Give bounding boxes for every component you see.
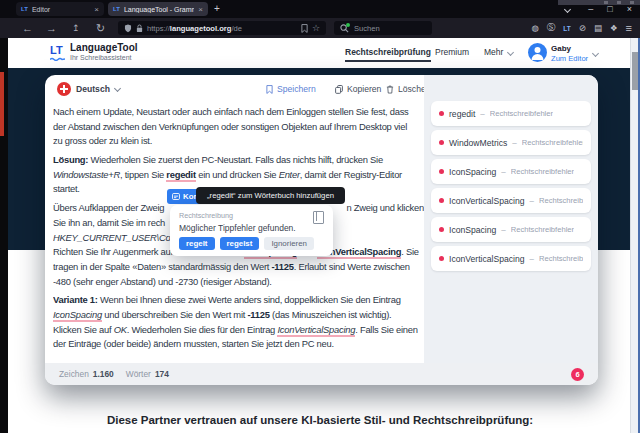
text-segment: -1125 (247, 309, 269, 320)
suggestion-button[interactable]: regelt (179, 237, 215, 250)
maximize-button[interactable]: □ (607, 4, 612, 14)
tab-list-chevron-icon[interactable] (564, 5, 571, 12)
close-tab-icon[interactable]: × (94, 5, 99, 14)
suggestion-popup: Rechtschreibung Möglicher Tippfehler gef… (170, 205, 333, 256)
error-card[interactable]: IconVerticalSpacing–Rechtschreibfehler (431, 188, 591, 213)
text-segment: , damit der Registry-Editor (300, 169, 402, 180)
text-line: Lösung: Wiederholen Sie zuerst den PC-Ne… (53, 153, 424, 168)
extension-icon-2[interactable]: Ⓢ (547, 22, 556, 34)
site-header: LT LanguageTool Ihr Schreibassistent Rec… (8, 38, 630, 68)
refresh-icon[interactable]: ↻ (96, 18, 105, 38)
chars-label: Zeichen (59, 369, 89, 379)
avatar[interactable] (528, 43, 547, 62)
flagged-word[interactable]: IconSpacing (53, 309, 102, 322)
text-line: tragen in der Spalte «Daten» standardmäs… (53, 260, 424, 275)
extension-icon-1[interactable]: ◍ (531, 23, 538, 33)
text-segment: der Einträge (oder beide) ändern mussten… (53, 338, 334, 349)
nav-rechtschreibpruefung[interactable]: Rechtschreibprüfung (345, 47, 431, 57)
text-line: Klicken Sie auf OK. Wiederholen Sie dies… (53, 323, 424, 338)
nav-premium[interactable]: Premium (435, 47, 469, 57)
error-dot-icon (439, 198, 444, 203)
languagetool-logo-icon[interactable]: LT (50, 44, 63, 56)
copy-button[interactable]: Kopieren (335, 84, 381, 94)
search-placeholder: Suchen (354, 24, 380, 33)
extension-icon-4[interactable]: ⊘ (579, 23, 586, 33)
error-sidebar: regedit–RechtschreibfehlerWindowMetrics–… (424, 75, 598, 363)
url-bar[interactable]: https://languagetool.org/de ☆ (118, 21, 326, 35)
account-chevron-icon[interactable] (592, 50, 599, 57)
error-card[interactable]: WindowMetrics–Rechtschreibfehler (431, 130, 591, 155)
search-input[interactable]: Suchen (334, 21, 432, 35)
text-line: der Abstand zwischen den Verknüpfungen o… (53, 120, 424, 135)
brand-name[interactable]: LanguageTool (70, 42, 138, 53)
text-segment: (das Minuszeichen ist wichtig). (270, 309, 392, 320)
text-segment: startet. (53, 183, 80, 194)
bookmark-save-icon (266, 85, 273, 94)
flagged-word[interactable]: regedit (166, 169, 196, 182)
languagetool-favicon-icon: LT (113, 6, 120, 12)
text-segment: . Erlaubt sind Werte zwischen (294, 261, 410, 272)
dictionary-icon[interactable] (313, 211, 324, 224)
languagetool-extension-icon[interactable]: LT (563, 25, 570, 32)
add-to-dictionary-tooltip: „regedit“ zum Wörterbuch hinzufügen (196, 187, 345, 204)
text-segment: Wenn bei Ihnen diese zwei Werte anders s… (98, 294, 401, 305)
text-line: Nach einem Update, Neustart oder auch ei… (53, 105, 424, 120)
text-segment: . Falls Sie einen (355, 324, 417, 335)
scrollbar-thumb[interactable] (632, 52, 638, 90)
extension-icon-6[interactable]: ❖ (610, 23, 618, 33)
error-card[interactable]: IconVerticalSpacing–Rechtschreibfehler (431, 246, 591, 271)
check-card-icon (172, 193, 180, 200)
text-segment: zu gross oder zu klein ist. (53, 135, 152, 146)
notification-dot-icon (346, 23, 350, 27)
error-word: regedit (449, 109, 475, 119)
error-word: IconVerticalSpacing (449, 196, 524, 206)
popup-message: Möglicher Tippfehler gefunden. (179, 223, 324, 233)
text-segment: -480 (sehr enger Abstand) und -2730 (rie… (53, 276, 272, 287)
text-segment: Klicken Sie auf (53, 324, 114, 335)
logo-wave-icon (50, 57, 65, 60)
back-icon[interactable]: ← (22, 18, 33, 38)
text-segment: . Wiederholen Sie dies für den Eintrag (127, 324, 278, 335)
flagged-word[interactable]: IconVerticalSpacing (277, 324, 355, 337)
error-list: regedit–RechtschreibfehlerWindowMetrics–… (424, 75, 598, 271)
separator: – (529, 196, 533, 205)
zum-editor-link[interactable]: Zum Editor (551, 54, 588, 63)
words-label: Wörter (126, 369, 151, 379)
error-type: Rechtschreibfehler (539, 196, 583, 205)
save-button[interactable]: Speichern (266, 84, 316, 94)
text-line: zu gross oder zu klein ist. (53, 134, 424, 149)
text-segment: ein und drücken Sie (196, 169, 279, 180)
close-tab-icon[interactable]: × (198, 5, 203, 14)
minimize-button[interactable]: – (588, 4, 593, 14)
shield-icon[interactable] (124, 24, 132, 33)
lock-icon[interactable] (136, 24, 143, 33)
suggestion-button[interactable]: regelst (220, 237, 260, 250)
text-line: Windowstaste+R, tippen Sie regedit ein u… (53, 168, 424, 183)
page-scrollbar[interactable] (630, 38, 640, 433)
text-line: der Einträge (oder beide) ändern mussten… (53, 337, 424, 352)
nav-mehr[interactable]: Mehr (484, 47, 513, 57)
error-dot-icon (439, 256, 444, 261)
forward-icon[interactable]: → (46, 18, 57, 38)
menu-icon[interactable]: ≡ (626, 22, 632, 34)
ignore-button[interactable]: Ignorieren (264, 237, 314, 250)
bookmark-icon[interactable] (301, 24, 308, 33)
error-count-badge[interactable]: 6 (571, 368, 584, 381)
language-selector[interactable]: Deutsch (76, 84, 120, 94)
error-card[interactable]: IconSpacing–Rechtschreibfehler (431, 217, 591, 242)
text-segment: Übers Aufklappen der Zweig (53, 201, 164, 216)
swiss-flag-icon (57, 82, 71, 96)
upload-icon[interactable]: ↥ (72, 18, 80, 38)
extension-icon-5[interactable]: ▤ (594, 23, 602, 33)
text-segment: der Abstand zwischen den Verknüpfungen o… (53, 121, 407, 132)
new-tab-button[interactable]: + (214, 2, 220, 16)
close-window-button[interactable]: × (627, 4, 632, 14)
copy-icon (335, 85, 343, 94)
star-icon[interactable]: ☆ (312, 23, 320, 33)
error-card[interactable]: IconSpacing–Rechtschreibfehler (431, 159, 591, 184)
tab-editor[interactable]: LT Editor × (16, 2, 104, 16)
error-card[interactable]: regedit–Rechtschreibfehler (431, 101, 591, 126)
tab-languagetool[interactable]: LT LanguageTool - Grammatik, S × (108, 2, 208, 16)
text-line: Variante 1: Wenn bei Ihnen diese zwei We… (53, 293, 424, 308)
text-line: IconSpacing und überschreiben Sie den We… (53, 308, 424, 323)
